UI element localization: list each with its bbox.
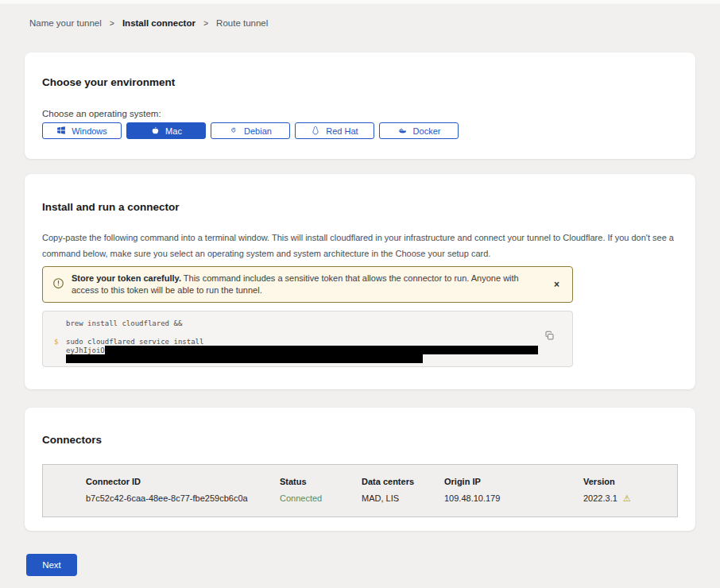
os-button-label: Red Hat: [326, 126, 358, 136]
breadcrumb-step-route-tunnel[interactable]: Route tunnel: [216, 18, 268, 28]
page-top-edge: [0, 0, 720, 4]
terminal-line-1: brew install cloudflared &&: [54, 319, 561, 327]
version-number: 2022.3.1: [583, 493, 617, 503]
os-button-label: Debian: [244, 126, 272, 136]
column-header-origin-ip: Origin IP: [444, 477, 583, 486]
connectors-card-title: Connectors: [42, 408, 678, 446]
next-button[interactable]: Next: [26, 554, 77, 576]
token-warning-banner: Store your token carefully. This command…: [42, 266, 573, 303]
alert-circle-icon: [52, 277, 64, 292]
os-select-label: Choose an operating system:: [42, 109, 678, 118]
os-button-label: Mac: [165, 126, 182, 136]
environment-card-title: Choose your environment: [42, 52, 678, 88]
breadcrumb: Name your tunnel > Install connector > R…: [29, 18, 268, 28]
terminal-command-text: brew install cloudflared &&: [66, 319, 182, 327]
column-header-version: Version: [583, 477, 677, 486]
install-connector-card: Install and run a connector Copy-paste t…: [25, 174, 695, 389]
column-header-status: Status: [280, 477, 362, 486]
terminal-command-text: sudo cloudflared service install: [66, 338, 203, 346]
os-button-debian[interactable]: Debian: [211, 122, 290, 139]
terminal-line-4: [54, 354, 561, 363]
breadcrumb-separator: >: [110, 18, 114, 28]
docker-icon: [397, 126, 408, 137]
status-badge: Connected: [280, 493, 362, 504]
token-warning-lead: Store your token carefully.: [72, 273, 181, 283]
close-icon[interactable]: ×: [551, 277, 563, 292]
debian-icon: [229, 126, 238, 137]
connectors-table: Connector ID Status Data centers Origin …: [42, 464, 678, 517]
terminal-line-2: $ sudo cloudflared service install: [54, 337, 561, 346]
install-card-title: Install and run a connector: [42, 174, 678, 213]
token-warning-text: Store your token carefully. This command…: [72, 273, 544, 296]
token-redaction-bar: [105, 346, 538, 354]
terminal-command-block: brew install cloudflared && $ sudo cloud…: [42, 311, 573, 367]
breadcrumb-step-name-tunnel[interactable]: Name your tunnel: [29, 18, 102, 28]
os-button-docker[interactable]: Docker: [379, 122, 459, 139]
shell-prompt: $: [54, 338, 66, 346]
windows-icon: [56, 126, 66, 137]
data-centers-value: MAD, LIS: [362, 493, 444, 504]
connectors-card: Connectors Connector ID Status Data cent…: [25, 408, 695, 531]
apple-icon: [150, 126, 160, 137]
os-button-windows[interactable]: Windows: [42, 122, 122, 139]
column-header-data-centers: Data centers: [362, 477, 444, 486]
version-value: 2022.3.1 ⚠: [583, 493, 677, 504]
os-button-mac[interactable]: Mac: [126, 122, 206, 139]
os-button-redhat[interactable]: Red Hat: [295, 122, 374, 139]
warning-triangle-icon: ⚠: [623, 493, 631, 503]
os-button-group: Windows Mac Debian Red Hat Docker: [42, 122, 678, 139]
column-header-connector-id: Connector ID: [86, 477, 280, 486]
token-redaction-bar: [66, 354, 423, 363]
terminal-line-3: eyJhIjoiO: [54, 346, 561, 354]
os-button-label: Windows: [72, 126, 107, 136]
copy-icon[interactable]: [544, 331, 555, 343]
environment-card: Choose your environment Choose an operat…: [25, 52, 695, 159]
breadcrumb-step-install-connector[interactable]: Install connector: [122, 18, 195, 28]
install-instructions: Copy-paste the following command into a …: [42, 230, 675, 261]
redhat-icon: [311, 126, 320, 137]
token-prefix-text: eyJhIjoiO: [66, 346, 105, 354]
breadcrumb-separator: >: [203, 18, 208, 28]
os-button-label: Docker: [413, 126, 441, 136]
origin-ip-value: 109.48.10.179: [444, 493, 583, 504]
connector-id-value: b7c52c42-6caa-48ee-8c77-fbe259cb6c0a: [86, 493, 280, 504]
